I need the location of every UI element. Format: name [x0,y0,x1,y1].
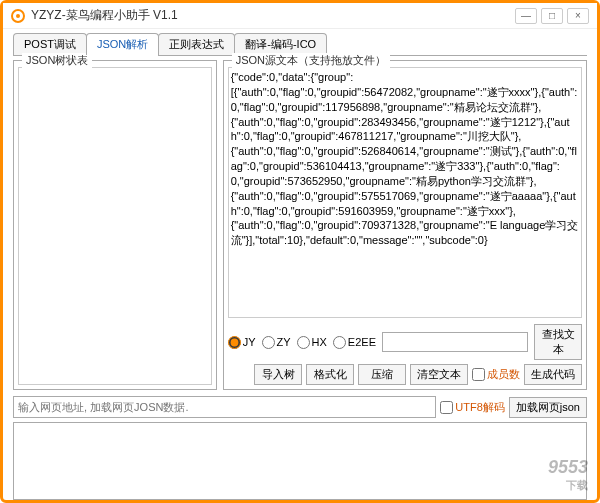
json-tree-panel: JSON树状表 [13,60,217,390]
json-source-label: JSON源文本（支持拖放文件） [232,53,390,68]
import-tree-button[interactable]: 导入树 [254,364,302,385]
tab-json-parse[interactable]: JSON解析 [86,33,159,55]
titlebar: YZYZ-菜鸟编程小助手 V1.1 — □ × [3,3,597,29]
bottom-output-area[interactable] [13,422,587,500]
json-source-textarea[interactable] [228,67,582,318]
window-title: YZYZ-菜鸟编程小助手 V1.1 [31,7,511,24]
generate-code-button[interactable]: 生成代码 [524,364,582,385]
radio-zy[interactable]: ZY [262,336,291,349]
tab-regex[interactable]: 正则表达式 [158,33,235,55]
close-button[interactable]: × [567,8,589,24]
tab-translate-encode[interactable]: 翻译-编码-ICO [234,33,327,55]
tab-post-debug[interactable]: POST调试 [13,33,87,55]
minimize-button[interactable]: — [515,8,537,24]
compress-button[interactable]: 压缩 [358,364,406,385]
app-logo-icon [11,9,25,23]
load-web-json-button[interactable]: 加载网页json [509,397,587,418]
find-text-button[interactable]: 查找文本 [534,324,582,360]
radio-hx[interactable]: HX [297,336,327,349]
find-text-input[interactable] [382,332,528,352]
maximize-button[interactable]: □ [541,8,563,24]
json-tree-view[interactable] [18,67,212,385]
json-tree-label: JSON树状表 [22,53,92,68]
clear-text-button[interactable]: 清空文本 [410,364,468,385]
format-button[interactable]: 格式化 [306,364,354,385]
members-checkbox[interactable]: 成员数 [472,367,520,382]
content-area: JSON树状表 JSON源文本（支持拖放文件） JY ZY HX E2EE 查找… [13,55,587,500]
url-input[interactable] [13,396,436,418]
utf8-decode-checkbox[interactable]: UTF8解码 [440,400,505,415]
json-source-panel: JSON源文本（支持拖放文件） JY ZY HX E2EE 查找文本 导入树 格… [223,60,587,390]
tab-bar: POST调试 JSON解析 正则表达式 翻译-编码-ICO [3,29,597,55]
radio-jy[interactable]: JY [228,336,256,349]
radio-e2ee[interactable]: E2EE [333,336,376,349]
